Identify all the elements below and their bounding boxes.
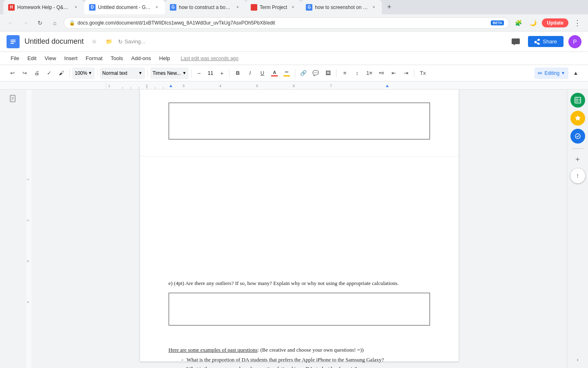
toolbar-sep-8 xyxy=(414,69,414,77)
font-size-control: − 11 + xyxy=(194,68,227,78)
menu-tools[interactable]: Tools xyxy=(107,54,127,63)
bold-button[interactable]: B xyxy=(232,67,243,79)
svg-text:5: 5 xyxy=(256,84,258,88)
undo-button[interactable]: ↩ xyxy=(7,67,18,79)
browser-chrome: H Homework Help - Q&A from C... × D Unti… xyxy=(0,0,588,14)
document-area[interactable]: e) (4pt) Are there any outliers? If so, … xyxy=(31,90,567,368)
doc-actions: ☆ 📁 ↻ Saving... xyxy=(89,36,145,47)
menu-format[interactable]: Format xyxy=(82,54,107,63)
update-button[interactable]: Update xyxy=(542,18,568,27)
editing-mode-button[interactable]: ✏ Editing ▼ xyxy=(535,67,568,79)
google-sheets-button[interactable] xyxy=(570,93,585,108)
menu-file[interactable]: File xyxy=(7,54,23,63)
tab-close-term[interactable]: × xyxy=(290,4,296,11)
increase-font-size-button[interactable]: + xyxy=(217,68,227,78)
line-spacing-button[interactable]: ↕ xyxy=(351,67,363,79)
toolbar-sep-7 xyxy=(336,69,336,77)
tab-title-screenshot: how to screenshot on mac - G... xyxy=(315,4,368,10)
font-select[interactable]: Times New... ▼ xyxy=(150,67,189,79)
bullet-1: - What is the proportion of DA students … xyxy=(169,357,430,363)
tasks-button[interactable] xyxy=(570,129,585,144)
svg-text:1: 1 xyxy=(108,84,110,88)
ruler: 1 2 3 4 5 6 7 xyxy=(0,81,588,90)
back-button[interactable]: ← xyxy=(5,17,16,29)
redo-button[interactable]: ↪ xyxy=(19,67,30,79)
add-sidebar-button[interactable]: + xyxy=(572,154,584,165)
svg-rect-1 xyxy=(11,40,16,40)
answer-box-e[interactable] xyxy=(169,293,430,325)
style-select[interactable]: Normal text ▼ xyxy=(100,67,145,79)
share-button[interactable]: Share xyxy=(528,36,564,47)
menu-help[interactable]: Help xyxy=(155,54,174,63)
forward-button[interactable]: → xyxy=(20,17,31,29)
address-bar-row: ← → ↻ ⌂ 🔒 docs.google.com/document/d/1xB… xyxy=(0,14,588,31)
tab-close-homework[interactable]: × xyxy=(73,4,79,11)
tab-close-docs[interactable]: × xyxy=(154,4,160,11)
italic-button[interactable]: I xyxy=(244,67,256,79)
svg-text:7: 7 xyxy=(330,84,332,88)
extensions-button[interactable]: 🧩 xyxy=(512,17,524,29)
document-outline-icon[interactable] xyxy=(9,94,18,105)
zoom-select[interactable]: 100% ▼ xyxy=(72,67,95,79)
tab-title-homework: Homework Help - Q&A from C... xyxy=(17,4,70,10)
examples-intro: : (Be creative and choose your own quest… xyxy=(258,347,364,353)
decrease-indent-button[interactable]: ⇤ xyxy=(388,67,399,79)
tab-docs[interactable]: D Untitled document - Google D... × xyxy=(84,0,165,14)
svg-rect-30 xyxy=(575,97,581,103)
svg-text:2: 2 xyxy=(27,219,30,221)
paint-format-button[interactable]: 🖌 xyxy=(56,67,67,79)
tab-homework[interactable]: H Homework Help - Q&A from C... × xyxy=(3,0,84,14)
last-edit-status[interactable]: Last edit was seconds ago xyxy=(181,56,238,61)
bulleted-list-button[interactable]: •≡ xyxy=(376,67,387,79)
insert-comment-button[interactable]: 💬 xyxy=(310,67,321,79)
address-bar[interactable]: 🔒 docs.google.com/document/d/1xBTWIlDIcs… xyxy=(64,17,509,29)
comments-button[interactable] xyxy=(508,34,523,49)
tab-term[interactable]: Term Project × xyxy=(246,0,301,14)
insert-link-button[interactable]: 🔗 xyxy=(298,67,309,79)
dark-mode-button[interactable]: 🌙 xyxy=(527,17,539,29)
increase-indent-button[interactable]: ⇥ xyxy=(400,67,412,79)
collapse-toolbar-button[interactable]: ▲ xyxy=(570,67,581,79)
star-button[interactable]: ☆ xyxy=(89,36,100,47)
underline-button[interactable]: U xyxy=(256,67,268,79)
menu-addons[interactable]: Add-ons xyxy=(127,54,155,63)
address-text: docs.google.com/document/d/1xBTWIlDIcs1w… xyxy=(78,20,488,26)
svg-rect-2 xyxy=(11,41,16,42)
menu-view[interactable]: View xyxy=(40,54,60,63)
numbered-list-button[interactable]: 1≡ xyxy=(363,67,375,79)
menu-edit[interactable]: Edit xyxy=(23,54,40,63)
more-options-button[interactable]: ⋮ xyxy=(572,17,583,29)
decrease-font-size-button[interactable]: − xyxy=(194,68,204,78)
align-button[interactable]: ≡ xyxy=(339,67,350,79)
tab-boxplot[interactable]: G how to construct a boxplot fro... × xyxy=(165,0,246,14)
document-title[interactable]: Untitled document xyxy=(24,37,84,46)
expand-sidebar-button[interactable]: › xyxy=(573,355,583,365)
svg-text:3: 3 xyxy=(27,260,30,262)
tab-close-boxplot[interactable]: × xyxy=(234,4,241,11)
toolbar: ↩ ↪ 🖨 ✓ 🖌 100% ▼ Normal text ▼ Times New… xyxy=(0,65,588,81)
font-color-button[interactable]: A xyxy=(269,67,280,79)
highlight-button[interactable]: ✏ xyxy=(281,67,292,79)
insert-image-button[interactable]: 🖼 xyxy=(322,67,334,79)
new-tab-button[interactable]: + xyxy=(383,2,395,13)
home-button[interactable]: ⌂ xyxy=(49,17,60,29)
scroll-to-top-button[interactable]: ↑ xyxy=(570,168,585,183)
clear-formatting-button[interactable]: Tx xyxy=(417,67,428,79)
main-area: 1 2 3 4 e) (4pt) Are there any outliers?… xyxy=(0,90,588,368)
tab-screenshot[interactable]: G how to screenshot on mac - G... × xyxy=(301,0,382,14)
move-button[interactable]: 📁 xyxy=(103,36,115,47)
print-button[interactable]: 🖨 xyxy=(31,67,42,79)
tab-title-term: Term Project xyxy=(260,4,287,10)
tab-close-screenshot[interactable]: × xyxy=(370,4,377,11)
question-e-text: e) (4pt) Are there any outliers? If so, … xyxy=(169,279,430,288)
spell-check-button[interactable]: ✓ xyxy=(43,67,55,79)
google-keep-button[interactable] xyxy=(570,111,585,126)
toolbar-sep-4 xyxy=(191,69,192,77)
avatar[interactable]: P xyxy=(568,35,581,48)
svg-text:3: 3 xyxy=(183,84,185,88)
page-top xyxy=(140,90,459,157)
answer-box-d[interactable] xyxy=(169,103,430,139)
right-sidebar: + ↑ › xyxy=(567,90,588,368)
menu-insert[interactable]: Insert xyxy=(60,54,82,63)
reload-button[interactable]: ↻ xyxy=(34,17,46,29)
